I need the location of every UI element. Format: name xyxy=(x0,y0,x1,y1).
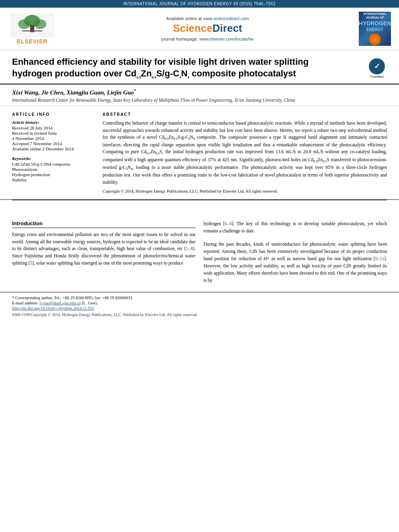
journal-cover-image: International Journal of HYDROGEN ENERGY xyxy=(359,12,391,46)
received-date: Received 28 July 2014 xyxy=(12,125,93,130)
keyword-2: Photocatalysts xyxy=(12,167,93,172)
crossmark-label: CrossMark xyxy=(370,75,384,78)
article-title-section: Enhanced efficiency and stability for vi… xyxy=(0,50,399,84)
doi-footnote: http://dx.doi.org/10.1016/j.ijhydene.201… xyxy=(12,306,387,310)
ref-link-6-8[interactable]: 6–8 xyxy=(225,221,232,226)
revised-label: Received in revised form xyxy=(12,131,93,136)
introduction-heading: Introduction xyxy=(12,220,195,228)
sciencedirect-logo: ScienceDirect xyxy=(64,22,351,35)
footnote-section: * Corresponding author. Tel.: +86 29 826… xyxy=(0,292,399,320)
elsevier-logo: ELSEVIER xyxy=(8,13,56,45)
revised-date: 4 November 2014 xyxy=(12,136,93,141)
journal-cover-circle-decoration xyxy=(369,33,381,45)
journal-homepage: journal homepage: www.elsevier.com/locat… xyxy=(64,37,351,41)
intro-text-right-2: During the past decades, kinds of semico… xyxy=(204,241,387,284)
abstract-heading: ABSTRACT xyxy=(103,112,387,117)
intro-text-right: hydrogen [6–8]. The key of this technolo… xyxy=(204,220,387,235)
article-title: Enhanced efficiency and stability for vi… xyxy=(12,56,334,80)
abstract-body: Controlling the behavior of charge trans… xyxy=(103,120,387,185)
page-header: ELSEVIER Available online at www.science… xyxy=(0,8,399,50)
keyword-3: Hydrogen production xyxy=(12,172,93,177)
elsevier-brand-text: ELSEVIER xyxy=(16,38,47,45)
email-link[interactable]: lj-guo@mail.xjtu.edu.cn xyxy=(39,301,81,305)
email-footnote: E-mail address: lj-guo@mail.xjtu.edu.cn … xyxy=(12,301,387,305)
ref-link-1-4[interactable]: 1–4 xyxy=(186,246,193,251)
author-affiliation: International Research Center for Renewa… xyxy=(12,98,387,103)
intro-column-right: hydrogen [6–8]. The key of this technolo… xyxy=(204,220,387,284)
sciencedirect-url-link[interactable]: www.sciencedirect.com xyxy=(203,16,249,21)
copyright-text: Copyright © 2014, Hydrogen Energy Public… xyxy=(103,189,387,193)
issn-line: 0360-3199/Copyright © 2014, Hydrogen Ene… xyxy=(12,312,387,317)
article-info-panel: ARTICLE INFO Article history: Received 2… xyxy=(12,112,93,193)
body-section: Introduction Energy crisis and environme… xyxy=(0,212,399,292)
corresponding-author-footnote: * Corresponding author. Tel.: +86 29 826… xyxy=(12,296,387,300)
doi-link[interactable]: http://dx.doi.org/10.1016/j.ijhydene.201… xyxy=(12,306,94,310)
journal-title-text: INTERNATIONAL JOURNAL OF HYDROGEN ENERGY… xyxy=(123,2,276,6)
keywords-label: Keywords: xyxy=(12,156,93,161)
ref-link-5[interactable]: 5 xyxy=(30,261,32,265)
keywords-section: Keywords: Cd0.5Zn0.5S/g-C3N4 composite P… xyxy=(12,156,93,182)
crossmark-badge[interactable]: ✓ CrossMark xyxy=(367,58,387,78)
authors-section: Xixi Wang, Jie Chen, Xiangjiu Guan, Liej… xyxy=(0,84,399,106)
author-names: Xixi Wang, Jie Chen, Xiangjiu Guan, Liej… xyxy=(12,88,387,96)
available-online-text: Available online at www.sciencedirect.co… xyxy=(64,16,351,21)
journal-homepage-link[interactable]: www.elsevier.com/locate/he xyxy=(200,37,254,41)
spacer xyxy=(0,200,399,212)
svg-point-6 xyxy=(31,29,34,32)
available-online-date: Available online 2 December 2014 xyxy=(12,146,93,151)
intro-column-left: Introduction Energy crisis and environme… xyxy=(12,220,195,284)
article-info-heading: ARTICLE INFO xyxy=(12,112,93,117)
abstract-panel: ABSTRACT Controlling the behavior of cha… xyxy=(103,112,387,193)
crossmark-icon: ✓ xyxy=(369,58,385,74)
elsevier-tree-icon xyxy=(10,13,54,37)
corresponding-author-marker: * xyxy=(134,88,136,93)
accepted-date: Accepted 7 November 2014 xyxy=(12,141,93,146)
keyword-4: Stability xyxy=(12,177,93,182)
keyword-1: Cd0.5Zn0.5S/g-C3N4 composite xyxy=(12,162,93,166)
ref-link-9-11[interactable]: 9–11 xyxy=(375,256,385,261)
article-info-abstract-section: ARTICLE INFO Article history: Received 2… xyxy=(0,106,399,199)
svg-point-3 xyxy=(34,19,46,29)
journal-header-bar: INTERNATIONAL JOURNAL OF HYDROGEN ENERGY… xyxy=(0,0,399,8)
article-history-label: Article history: xyxy=(12,120,93,125)
two-column-layout: Introduction Energy crisis and environme… xyxy=(12,220,387,284)
svg-point-2 xyxy=(18,19,30,29)
intro-text-left: Energy crisis and environmental pollutio… xyxy=(12,231,195,267)
elsevier-logo-image xyxy=(10,13,54,37)
sciencedirect-center: Available online at www.sciencedirect.co… xyxy=(56,16,359,41)
